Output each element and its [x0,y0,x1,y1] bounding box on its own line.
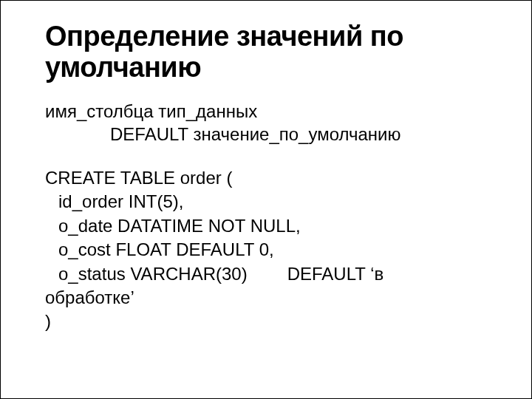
code-line-5b: DEFAULT ‘в [287,264,384,284]
slide: Определение значений по умолчанию имя_ст… [0,0,532,399]
code-line-1: CREATE TABLE order ( [45,166,487,190]
code-line-5a: o_status VARCHAR(30) [58,264,248,284]
code-line-7: ) [45,310,487,333]
code-line-6: обработке’ [45,286,487,310]
code-block: CREATE TABLE order ( id_order INT(5), o_… [45,166,487,334]
syntax-block: имя_столбца тип_данных DEFAULT значение_… [45,100,487,146]
syntax-line-2: DEFAULT значение_по_умолчанию [45,123,487,146]
code-line-3: o_date DATATIME NOT NULL, [45,214,487,238]
code-line-5: o_status VARCHAR(30)DEFAULT ‘в [45,262,487,286]
slide-title: Определение значений по умолчанию [45,21,487,83]
code-line-4: o_cost FLOAT DEFAULT 0, [45,238,487,262]
code-line-2: id_order INT(5), [45,190,487,214]
syntax-line-1: имя_столбца тип_данных [45,100,487,123]
